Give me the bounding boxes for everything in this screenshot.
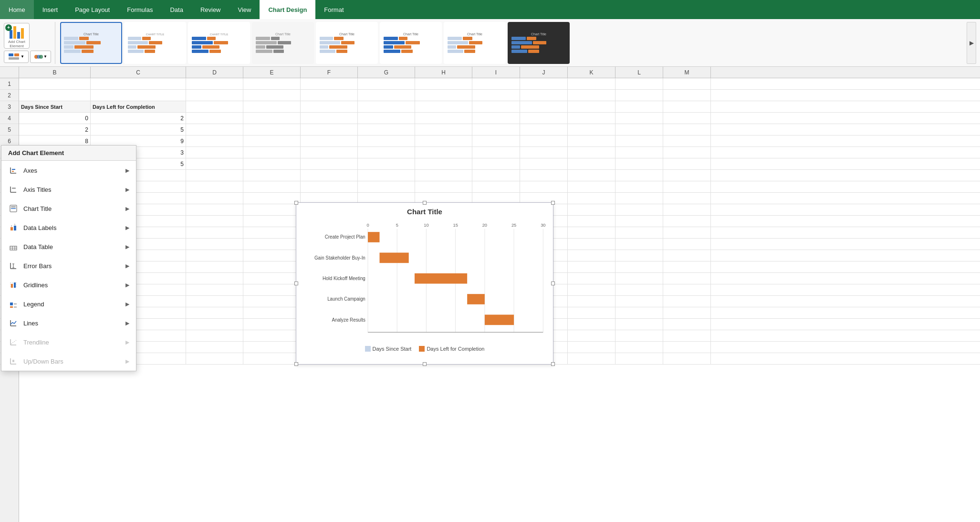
cell-23-11[interactable] xyxy=(615,330,663,341)
cell-15-11[interactable] xyxy=(615,239,663,250)
cell-7-7[interactable] xyxy=(415,147,472,158)
ribbon-scroll-arrow[interactable]: ▶ xyxy=(967,22,976,64)
cell-23-4[interactable] xyxy=(243,330,301,341)
cell-8-12[interactable] xyxy=(663,158,711,169)
cell-19-3[interactable] xyxy=(186,284,243,295)
cell-9-10[interactable] xyxy=(568,170,615,181)
cell-22-10[interactable] xyxy=(568,319,615,330)
cell-2-4[interactable] xyxy=(243,90,301,101)
cell-7-9[interactable] xyxy=(520,147,568,158)
cell-3-2[interactable]: Days Left for Completion xyxy=(91,101,186,112)
cell-2-10[interactable] xyxy=(568,90,615,101)
handle-tl[interactable] xyxy=(294,201,298,205)
cell-25-12[interactable] xyxy=(663,353,711,364)
cell-3-9[interactable] xyxy=(520,101,568,112)
cell-25-4[interactable] xyxy=(243,353,301,364)
dropdown-item-gridlines[interactable]: Gridlines▶ xyxy=(1,275,136,294)
cell-21-11[interactable] xyxy=(615,307,663,318)
cell-17-12[interactable] xyxy=(663,261,711,272)
cell-21-4[interactable] xyxy=(243,307,301,318)
cell-12-3[interactable] xyxy=(186,204,243,215)
cell-22-12[interactable] xyxy=(663,319,711,330)
cell-9-12[interactable] xyxy=(663,170,711,181)
cell-3-5[interactable] xyxy=(301,101,358,112)
cell-8-10[interactable] xyxy=(568,158,615,169)
cell-9-8[interactable] xyxy=(472,170,520,181)
handle-br[interactable] xyxy=(551,362,555,366)
cell-11-12[interactable] xyxy=(663,193,711,204)
menu-home[interactable]: Home xyxy=(0,0,34,19)
handle-bl[interactable] xyxy=(294,362,298,366)
cell-14-11[interactable] xyxy=(615,227,663,238)
cell-5-4[interactable] xyxy=(243,124,301,135)
cell-1-7[interactable] xyxy=(415,78,472,89)
cell-3-11[interactable] xyxy=(615,101,663,112)
cell-1-2[interactable] xyxy=(91,78,186,89)
cell-15-4[interactable] xyxy=(243,239,301,250)
cell-19-4[interactable] xyxy=(243,284,301,295)
cell-21-3[interactable] xyxy=(186,307,243,318)
cell-25-3[interactable] xyxy=(186,353,243,364)
menu-page-layout[interactable]: Page Layout xyxy=(66,0,118,19)
cell-18-10[interactable] xyxy=(568,273,615,284)
cell-10-5[interactable] xyxy=(301,181,358,192)
cell-23-10[interactable] xyxy=(568,330,615,341)
cell-24-3[interactable] xyxy=(186,342,243,353)
cell-6-3[interactable] xyxy=(186,136,243,146)
cell-13-4[interactable] xyxy=(243,216,301,227)
cell-18-3[interactable] xyxy=(186,273,243,284)
cell-10-3[interactable] xyxy=(186,181,243,192)
cell-22-3[interactable] xyxy=(186,319,243,330)
cell-2-2[interactable] xyxy=(91,90,186,101)
cell-2-7[interactable] xyxy=(415,90,472,101)
handle-tr[interactable] xyxy=(551,201,555,205)
cell-13-10[interactable] xyxy=(568,216,615,227)
cell-3-8[interactable] xyxy=(472,101,520,112)
cell-10-11[interactable] xyxy=(615,181,663,192)
menu-insert[interactable]: Insert xyxy=(34,0,67,19)
dropdown-item-legend[interactable]: Legend▶ xyxy=(1,294,136,313)
cell-15-12[interactable] xyxy=(663,239,711,250)
cell-10-7[interactable] xyxy=(415,181,472,192)
cell-23-3[interactable] xyxy=(186,330,243,341)
cell-3-1[interactable]: Days Since Start xyxy=(19,101,91,112)
cell-12-10[interactable] xyxy=(568,204,615,215)
menu-formulas[interactable]: Formulas xyxy=(118,0,161,19)
dropdown-item-lines[interactable]: Lines▶ xyxy=(1,313,136,333)
chart-style-2[interactable]: CHART TITLE xyxy=(124,22,186,64)
cell-17-4[interactable] xyxy=(243,261,301,272)
cell-4-3[interactable] xyxy=(186,113,243,124)
cell-12-4[interactable] xyxy=(243,204,301,215)
cell-21-10[interactable] xyxy=(568,307,615,318)
cell-16-4[interactable] xyxy=(243,250,301,261)
cell-18-11[interactable] xyxy=(615,273,663,284)
chart-style-1[interactable]: Chart Title xyxy=(60,22,122,64)
cell-9-6[interactable] xyxy=(358,170,415,181)
cell-10-4[interactable] xyxy=(243,181,301,192)
cell-6-9[interactable] xyxy=(520,136,568,146)
cell-1-5[interactable] xyxy=(301,78,358,89)
cell-7-6[interactable] xyxy=(358,147,415,158)
cell-6-6[interactable] xyxy=(358,136,415,146)
cell-25-11[interactable] xyxy=(615,353,663,364)
add-chart-element-button[interactable]: + Add Chart Element xyxy=(4,23,30,49)
cell-15-10[interactable] xyxy=(568,239,615,250)
cell-3-4[interactable] xyxy=(243,101,301,112)
cell-13-11[interactable] xyxy=(615,216,663,227)
cell-5-12[interactable] xyxy=(663,124,711,135)
dropdown-item-axes[interactable]: Axes▶ xyxy=(1,161,136,180)
cell-19-11[interactable] xyxy=(615,284,663,295)
cell-24-4[interactable] xyxy=(243,342,301,353)
cell-1-6[interactable] xyxy=(358,78,415,89)
cell-16-12[interactable] xyxy=(663,250,711,261)
cell-4-1[interactable]: 0 xyxy=(19,113,91,124)
cell-7-4[interactable] xyxy=(243,147,301,158)
cell-5-3[interactable] xyxy=(186,124,243,135)
chart-style-4[interactable]: Chart Title xyxy=(252,22,314,64)
menu-chart-design[interactable]: Chart Design xyxy=(260,0,315,19)
cell-2-6[interactable] xyxy=(358,90,415,101)
cell-9-7[interactable] xyxy=(415,170,472,181)
cell-10-10[interactable] xyxy=(568,181,615,192)
cell-7-12[interactable] xyxy=(663,147,711,158)
cell-5-8[interactable] xyxy=(472,124,520,135)
